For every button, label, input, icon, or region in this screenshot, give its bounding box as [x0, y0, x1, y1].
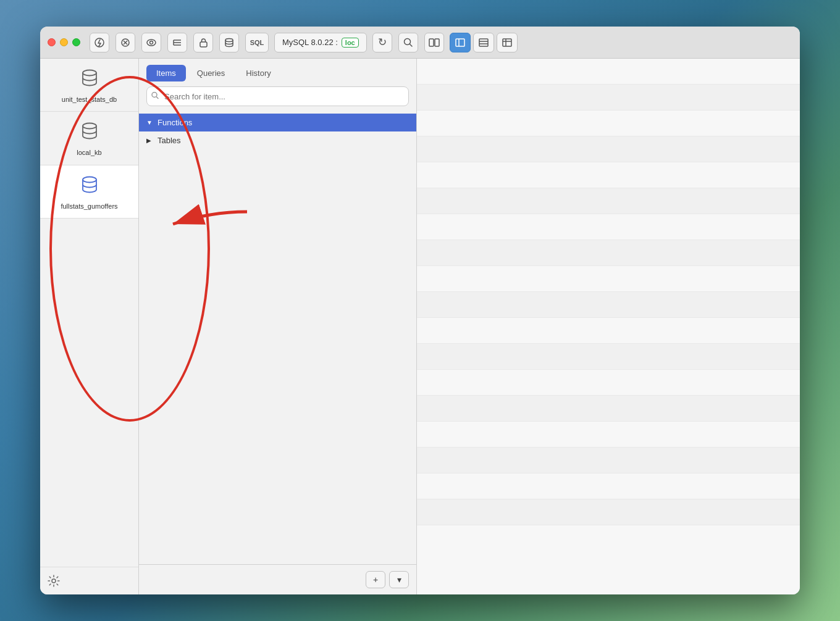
svg-rect-21 [503, 39, 511, 46]
content-row [417, 85, 800, 110]
svg-point-24 [83, 70, 96, 76]
view-buttons [450, 33, 518, 52]
svg-rect-18 [479, 39, 488, 46]
content-row [417, 136, 800, 162]
lightning-button[interactable] [90, 33, 109, 52]
tree-item-functions-label: Functions [158, 118, 192, 127]
sidebar-item-local-kb[interactable]: local_kb [40, 112, 138, 165]
database-icon-3 [80, 175, 99, 198]
svg-point-4 [147, 40, 156, 46]
connection-text: MySQL 8.0.22 : [282, 38, 338, 47]
side-by-side-button[interactable] [424, 33, 444, 52]
search-bar [146, 86, 409, 106]
svg-point-5 [150, 41, 153, 44]
gear-button[interactable] [48, 575, 131, 587]
svg-point-28 [152, 93, 157, 98]
tree-item-tables[interactable]: ▶ Tables [139, 131, 416, 149]
refresh-button[interactable]: ↻ [372, 33, 392, 52]
content-row [417, 162, 800, 188]
content-row [417, 292, 800, 318]
svg-rect-16 [456, 39, 464, 46]
database-toolbar-button[interactable] [219, 33, 239, 52]
tree-item-functions[interactable]: ▼ Functions [139, 114, 416, 131]
svg-point-26 [83, 177, 96, 182]
sql-button[interactable]: SQL [245, 33, 269, 52]
content-row [417, 214, 800, 240]
tree-item-tables-label: Tables [158, 136, 181, 145]
db-label-2: local_kb [77, 148, 101, 157]
database-icon-2 [80, 122, 99, 144]
search-icon [151, 92, 159, 101]
titlebar: SQL MySQL 8.0.22 : loc ↻ [40, 27, 800, 59]
svg-rect-10 [200, 42, 207, 47]
view-btn-3[interactable] [497, 33, 518, 52]
maximize-button[interactable] [72, 38, 80, 46]
traffic-lights [48, 38, 80, 46]
content-row [417, 110, 800, 136]
database-icon-1 [80, 69, 99, 91]
svg-line-13 [410, 44, 413, 47]
search-button[interactable] [398, 33, 418, 52]
content-row [417, 266, 800, 292]
search-input[interactable] [146, 86, 409, 106]
sidebar-item-fullstats-gumoffers[interactable]: fullstats_gumoffers [40, 165, 138, 219]
svg-line-29 [157, 97, 159, 99]
sidebar-footer [40, 567, 138, 594]
minimize-button[interactable] [60, 38, 68, 46]
svg-point-11 [225, 38, 233, 41]
content-row [417, 396, 800, 422]
svg-rect-14 [429, 39, 434, 46]
lock-button[interactable] [193, 33, 213, 52]
content-row [417, 473, 800, 499]
main-content: unit_test_stats_db local_kb [40, 59, 800, 594]
content-row [417, 448, 800, 473]
panel-footer: + ▾ [139, 564, 416, 594]
db-label-3: fullstats_gumoffers [61, 202, 117, 210]
svg-rect-15 [435, 39, 439, 46]
view-btn-1[interactable] [450, 33, 471, 52]
content-row [417, 344, 800, 370]
content-row [417, 370, 800, 396]
chevron-button[interactable]: ▾ [389, 571, 409, 588]
list-button[interactable] [167, 33, 187, 52]
view-btn-2[interactable] [473, 33, 494, 52]
content-row [417, 59, 800, 85]
sidebar: unit_test_stats_db local_kb [40, 59, 139, 594]
svg-point-27 [52, 579, 56, 583]
items-panel: Items Queries History ▼ [139, 59, 417, 594]
content-area [417, 59, 800, 594]
connection-label: MySQL 8.0.22 : loc [274, 33, 367, 52]
expand-arrow-functions: ▼ [146, 119, 154, 126]
content-rows [417, 59, 800, 594]
tab-queries[interactable]: Queries [187, 65, 235, 81]
svg-point-25 [83, 123, 96, 129]
content-row [417, 499, 800, 525]
eye-button[interactable] [141, 33, 161, 52]
tree-list: ▼ Functions ▶ Tables [139, 111, 416, 564]
close-button[interactable] [48, 38, 56, 46]
content-row [417, 188, 800, 214]
content-row [417, 318, 800, 344]
db-label-1: unit_test_stats_db [62, 95, 117, 104]
tab-history[interactable]: History [236, 65, 280, 81]
cancel-button[interactable] [116, 33, 135, 52]
sidebar-item-unit-test-stats-db[interactable]: unit_test_stats_db [40, 59, 138, 112]
content-row [417, 422, 800, 448]
content-row [417, 240, 800, 266]
tab-items[interactable]: Items [146, 65, 186, 81]
add-button[interactable]: + [366, 571, 385, 588]
loc-badge: loc [342, 38, 359, 48]
panel-tabs: Items Queries History [139, 59, 416, 81]
expand-arrow-tables: ▶ [146, 137, 154, 144]
